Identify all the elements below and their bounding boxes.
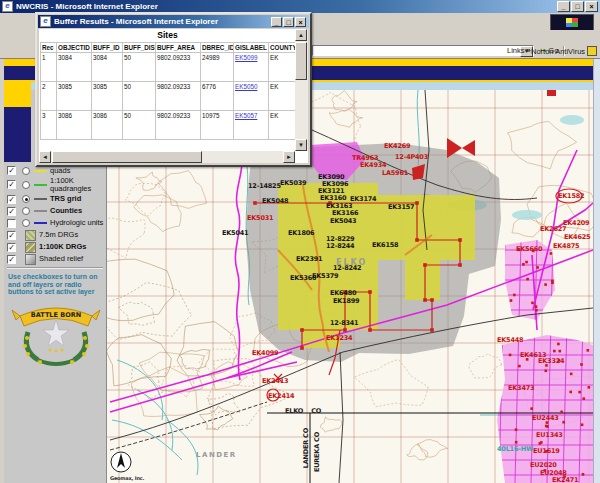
popup-maximize-button[interactable]: □ — [283, 17, 294, 27]
site-link[interactable]: EK5099 — [235, 54, 257, 61]
table-row: 230853085509802.092336776EK5050EK5050NSM… — [41, 82, 309, 111]
layer-radio[interactable] — [22, 181, 30, 189]
map-label: EK1899 — [333, 298, 359, 305]
map-label: 12-8341 — [330, 320, 358, 327]
map-label: EK1234 — [326, 335, 352, 342]
hscroll-thumb[interactable] — [52, 151, 202, 163]
map-label: EK4209 — [563, 220, 589, 227]
buffer-results-window[interactable]: e Buffer Results - Microsoft Internet Ex… — [35, 12, 312, 167]
map-label: EK2413 — [262, 378, 288, 385]
layer-checkbox[interactable]: ✓ — [7, 231, 16, 240]
col-BUFF_DIST: BUFF_DIST — [123, 43, 156, 53]
map-label: EU1619 — [533, 448, 560, 455]
layer-help-text: Use checkboxes to turn on and off layers… — [8, 273, 103, 296]
layer-checkbox[interactable]: ✓ — [7, 180, 16, 189]
map-label: EK2471 — [552, 477, 578, 483]
layer-radio[interactable] — [22, 219, 30, 227]
flag-banner-text: BATTLE BORN — [31, 311, 81, 319]
layer-label: 7.5m DRGs — [39, 231, 78, 239]
map-label: EK2391 — [296, 256, 322, 263]
layer-checkbox[interactable]: ✓ — [7, 243, 16, 252]
map-label: EK5041 — [222, 230, 248, 237]
map-label: EK3473 — [508, 385, 534, 392]
maximize-button[interactable]: □ — [571, 1, 584, 12]
map-label: EK3174 — [350, 196, 376, 203]
site-link[interactable]: EK5050 — [235, 83, 257, 90]
map-label: EK4934 — [360, 162, 386, 169]
popup-minimize-button[interactable]: _ — [271, 17, 282, 27]
popup-close-button[interactable]: × — [295, 17, 306, 27]
map-label: 12-8244 — [326, 243, 354, 250]
address-input[interactable]: ▼ — [312, 45, 534, 56]
map-label: LANDER — [196, 452, 237, 459]
layer-checkbox[interactable]: ✓ — [7, 195, 16, 204]
layer-row-trs-grid: ✓TRS grid — [7, 194, 107, 205]
map-label: EK2627 — [540, 226, 566, 233]
map-label: EK5031 — [247, 215, 273, 222]
layer-label: 1:100K DRGs — [39, 243, 87, 251]
layer-thumbnail — [25, 254, 36, 265]
scroll-down-button[interactable]: ▼ — [295, 139, 307, 151]
map-label: 12-14825 — [248, 183, 281, 190]
map-label: ELKO — [336, 259, 367, 267]
popup-vscrollbar[interactable]: ▲ ▼ — [295, 29, 308, 151]
links-menu[interactable]: Links» — [507, 46, 531, 55]
map-label: EK3157 — [388, 204, 414, 211]
map-label: EK3324 — [538, 358, 564, 365]
layer-row-1-100k-drgs: ✓1:100K DRGs — [7, 242, 107, 253]
scroll-left-button[interactable]: ◄ — [39, 151, 51, 163]
table-row: 130843084509802.0923324989EK5099EK5099NS… — [41, 53, 309, 82]
layer-label: 1:100K quadrangles — [50, 177, 107, 193]
map-label: EK4269 — [384, 143, 410, 150]
layer-row-1-100k-quadrangles: ✓1:100K quadrangles — [7, 177, 107, 193]
map-label: EU2020 — [530, 462, 557, 469]
layer-radio[interactable] — [22, 207, 30, 215]
map-label: EK5379 — [312, 273, 338, 280]
layer-thumbnail — [25, 242, 36, 253]
browser-vertical-scrollbar[interactable] — [593, 58, 600, 483]
layer-checkbox[interactable] — [7, 219, 16, 228]
map-label: EK4099 — [252, 350, 278, 357]
map-label: 40L16-HW — [497, 446, 533, 453]
minimize-button[interactable]: _ — [557, 1, 570, 12]
layer-row-shaded-relief: ✓Shaded relief — [7, 254, 107, 265]
layer-thumbnail — [25, 230, 36, 241]
layer-checkbox[interactable]: ✓ — [7, 166, 16, 175]
norton-antivirus-menu[interactable]: Norton AntiVirus ▼ — [531, 46, 600, 56]
map-label: EK6480 — [330, 290, 356, 297]
col-BUFF_AREA: BUFF_AREA — [156, 43, 201, 53]
map-label: EK4625 — [564, 234, 590, 241]
window-title: NWCRIS - Microsoft Internet Explorer — [16, 2, 158, 11]
map-label: EK3166 — [332, 210, 358, 217]
layer-swatch — [34, 222, 47, 224]
layer-checkbox[interactable]: ✓ — [7, 207, 16, 216]
layer-swatch — [34, 198, 47, 200]
sites-table-caption: Sites — [40, 30, 295, 40]
page-left-logo-strip — [4, 80, 31, 162]
layer-row-hydrologic-units: Hydrologic units — [7, 218, 107, 229]
layer-swatch — [34, 170, 47, 172]
map-label: EU1343 — [536, 432, 563, 439]
popup-hscrollbar[interactable]: ◄ ► — [39, 151, 295, 163]
site-link[interactable]: EK5057 — [235, 112, 257, 119]
layer-radio[interactable] — [22, 167, 30, 175]
popup-ie-icon: e — [40, 16, 51, 27]
col-DBREC_ID: DBREC_ID — [201, 43, 234, 53]
map-label: EK1582 — [558, 193, 584, 200]
scroll-right-button[interactable]: ► — [283, 151, 295, 163]
vscroll-thumb[interactable] — [295, 42, 307, 80]
layer-label: Shaded relief — [39, 255, 83, 263]
map-label: EK5660 — [516, 246, 542, 253]
scroll-up-button[interactable]: ▲ — [295, 29, 307, 41]
map-label: 12-4P403 — [395, 154, 428, 161]
map-label: EK2414 — [268, 393, 294, 400]
layer-radio[interactable] — [22, 195, 30, 203]
map-label: EK1806 — [288, 230, 314, 237]
popup-titlebar[interactable]: e Buffer Results - Microsoft Internet Ex… — [38, 15, 309, 28]
popup-content: Sites RecOBJECTIDBUFF_IDBUFF_DISTBUFF_AR… — [39, 29, 308, 163]
map-label: ELKO CO — [285, 408, 321, 415]
table-row: 330863086509802.0923310975EK5057EK5057NS… — [41, 111, 309, 140]
layer-swatch — [34, 184, 47, 186]
close-button[interactable]: × — [585, 1, 598, 12]
layer-checkbox[interactable]: ✓ — [7, 255, 16, 264]
